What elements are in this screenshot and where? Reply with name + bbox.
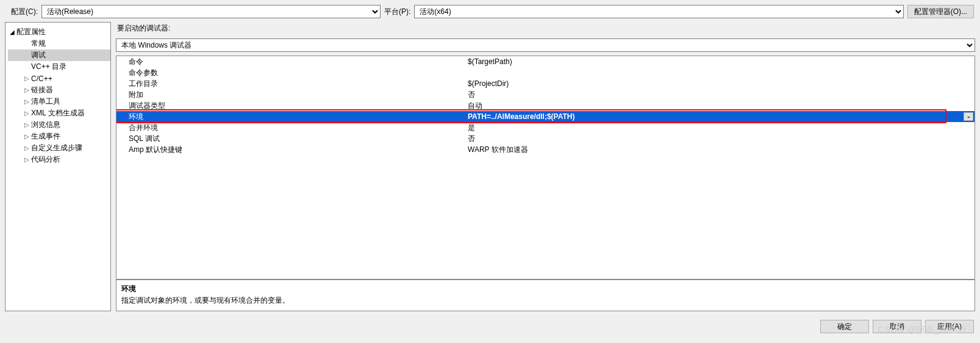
prop-row-attach[interactable]: 附加 否: [116, 89, 975, 100]
tree-item-linker[interactable]: ▷ 链接器: [8, 84, 110, 96]
caret-right-icon: ▷: [24, 121, 30, 128]
apply-button[interactable]: 应用(A): [925, 320, 974, 333]
tree-item-manifest[interactable]: ▷ 清单工具: [8, 96, 110, 107]
config-select[interactable]: 活动(Release): [41, 5, 381, 18]
tree-root-item[interactable]: ◢ 配置属性: [8, 26, 110, 38]
description-text: 指定调试对象的环境，或要与现有环境合并的变量。: [121, 295, 970, 306]
tree-item-custom-build[interactable]: ▷ 自定义生成步骤: [8, 142, 110, 154]
tree-item-debug[interactable]: 调试: [8, 49, 110, 61]
debugger-select[interactable]: 本地 Windows 调试器: [116, 38, 975, 52]
property-tree[interactable]: ◢ 配置属性 常规 调试 VC++ 目录 ▷ C/C++ ▷ 链接器 ▷: [5, 22, 111, 311]
prop-row-debugger-type[interactable]: 调试器类型 自动: [116, 100, 975, 111]
tree-item-general[interactable]: 常规: [8, 38, 110, 49]
debugger-start-label: 要启动的调试器:: [116, 22, 975, 35]
prop-row-command[interactable]: 命令 $(TargetPath): [116, 56, 975, 67]
top-toolbar: 配置(C): 活动(Release) 平台(P): 活动(x64) 配置管理器(…: [0, 0, 980, 22]
tree-root-label: 配置属性: [16, 27, 46, 37]
property-grid[interactable]: 命令 $(TargetPath) 命令参数 工作目录 $(ProjectDir)…: [116, 56, 975, 280]
caret-right-icon: ▷: [24, 156, 30, 163]
ok-button[interactable]: 确定: [820, 320, 869, 333]
tree-item-code-analysis[interactable]: ▷ 代码分析: [8, 154, 110, 165]
prop-row-working-dir[interactable]: 工作目录 $(ProjectDir): [116, 78, 975, 89]
description-panel: 环境 指定调试对象的环境，或要与现有环境合并的变量。: [116, 280, 975, 311]
tree-item-xml-doc[interactable]: ▷ XML 文档生成器: [8, 107, 110, 119]
caret-right-icon: ▷: [24, 87, 30, 93]
prop-row-merge-env[interactable]: 合并环境 是: [116, 122, 975, 133]
prop-row-amp-accelerator[interactable]: Amp 默认快捷键 WARP 软件加速器: [116, 144, 975, 155]
caret-right-icon: ▷: [24, 110, 30, 117]
caret-right-icon: ▷: [24, 75, 30, 82]
right-panel: 要启动的调试器: 本地 Windows 调试器 命令 $(TargetPath)…: [116, 22, 975, 311]
prop-row-command-args[interactable]: 命令参数: [116, 67, 975, 78]
caret-right-icon: ▷: [24, 133, 30, 140]
prop-row-environment[interactable]: 环境 PATH=../AIMeasure/dll;$(PATH) ⌄: [116, 111, 975, 122]
tree-item-browse-info[interactable]: ▷ 浏览信息: [8, 119, 110, 131]
tree-item-build-events[interactable]: ▷ 生成事件: [8, 131, 110, 142]
platform-select[interactable]: 活动(x64): [414, 5, 903, 18]
description-title: 环境: [121, 284, 970, 294]
prop-row-sql-debug[interactable]: SQL 调试 否: [116, 133, 975, 144]
platform-label: 平台(P):: [384, 7, 410, 17]
caret-down-icon: ◢: [9, 29, 15, 35]
caret-right-icon: ▷: [24, 145, 30, 151]
caret-right-icon: ▷: [24, 98, 30, 105]
cancel-button[interactable]: 取消: [873, 320, 921, 333]
config-label: 配置(C):: [11, 7, 38, 17]
chevron-down-icon[interactable]: ⌄: [964, 112, 973, 121]
config-manager-button[interactable]: 配置管理器(O)...: [907, 5, 974, 18]
dialog-footer: 确定 取消 应用(A): [0, 316, 980, 338]
main-content: ◢ 配置属性 常规 调试 VC++ 目录 ▷ C/C++ ▷ 链接器 ▷: [0, 22, 980, 316]
tree-item-ccpp[interactable]: ▷ C/C++: [8, 73, 110, 84]
tree-item-vcdirs[interactable]: VC++ 目录: [8, 61, 110, 73]
